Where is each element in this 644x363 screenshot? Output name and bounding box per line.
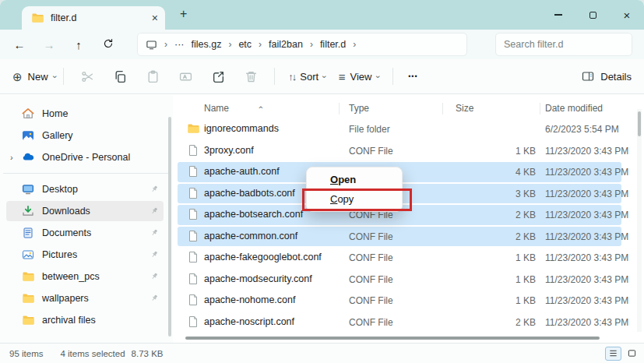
file-name: apache-fakegooglebot.conf: [204, 252, 322, 263]
sidebar-item-gallery[interactable]: Gallery: [6, 125, 164, 146]
folder-icon: [31, 12, 44, 24]
sidebar-item-archival-files[interactable]: archival files: [6, 310, 164, 330]
paste-button[interactable]: [136, 70, 169, 83]
sidebar-item-desktop[interactable]: Desktop: [6, 179, 164, 199]
sidebar-item-label: wallpapers: [42, 293, 89, 304]
details-view-button[interactable]: [605, 347, 621, 361]
column-divider[interactable]: [540, 103, 540, 115]
file-explorer-window: filter.d × + × ← → ↑ › ··· files.gz › et…: [0, 0, 644, 363]
file-row-selected[interactable]: apache-auth.conf CONF File 4 KB 11/23/20…: [173, 161, 644, 183]
file-date: 11/23/2020 3:43 PM: [545, 317, 628, 328]
new-label: New: [28, 71, 48, 83]
pin-icon: [150, 228, 159, 238]
file-name: ignorecommands: [204, 123, 279, 134]
file-row-selected[interactable]: apache-common.conf CONF File 2 KB 11/23/…: [173, 226, 644, 248]
tab-close-icon[interactable]: ×: [152, 12, 158, 23]
sidebar-item-pictures[interactable]: Pictures: [6, 245, 164, 265]
explorer-tab[interactable]: filter.d ×: [22, 6, 165, 30]
share-icon: [212, 70, 225, 83]
column-header-name[interactable]: Name: [204, 103, 229, 114]
file-name: apache-botsearch.conf: [204, 209, 303, 220]
toolbar-divider: [274, 68, 275, 85]
file-name: apache-auth.conf: [204, 166, 280, 177]
minimize-icon: [554, 14, 562, 16]
sidebar-item-onedrive[interactable]: › OneDrive - Personal: [6, 147, 164, 167]
column-header-type[interactable]: Type: [349, 103, 369, 114]
file-type: CONF File: [349, 252, 393, 263]
breadcrumb-item-fail2ban[interactable]: fail2ban: [269, 39, 303, 50]
breadcrumb-item-etc[interactable]: etc: [238, 39, 252, 50]
sidebar-item-label: Pictures: [42, 249, 77, 260]
up-button[interactable]: ↑: [64, 38, 93, 51]
sidebar-scrollbar[interactable]: [168, 117, 171, 337]
sidebar-item-wallpapers[interactable]: wallpapers: [6, 288, 164, 308]
breadcrumb-item-filesgz[interactable]: files.gz: [192, 39, 222, 50]
search-input[interactable]: [496, 39, 632, 50]
file-type: CONF File: [349, 295, 393, 306]
breadcrumb-item-filterd[interactable]: filter.d: [320, 39, 346, 50]
column-divider[interactable]: [339, 103, 340, 115]
new-button[interactable]: ⊕ New ›: [12, 71, 56, 83]
this-pc-icon[interactable]: [146, 39, 157, 51]
sort-arrows-icon: ↑↓: [288, 71, 295, 83]
cut-button[interactable]: [71, 70, 104, 83]
column-header-date[interactable]: Date modified: [545, 103, 603, 114]
sidebar-item-label: archival files: [42, 315, 96, 326]
forward-button[interactable]: →: [34, 38, 64, 51]
more-options-button[interactable]: •••: [408, 72, 417, 80]
breadcrumb-overflow[interactable]: ···: [174, 39, 185, 50]
horizontal-scrollbar-thumb[interactable]: [185, 337, 600, 340]
icons-view-button[interactable]: [624, 347, 640, 361]
view-button[interactable]: ≡ View ›: [339, 70, 379, 83]
file-size: 1 KB: [458, 295, 536, 306]
file-size: 1 KB: [458, 252, 536, 263]
sidebar-item-label: Gallery: [42, 130, 73, 141]
rename-button[interactable]: [169, 70, 202, 83]
sidebar-item-label: Home: [42, 108, 68, 119]
sidebar-item-downloads[interactable]: Downloads: [6, 201, 164, 221]
sidebar-item-home[interactable]: Home: [6, 104, 164, 124]
refresh-button[interactable]: [93, 38, 123, 51]
delete-button[interactable]: [234, 70, 267, 83]
file-type: CONF File: [349, 146, 393, 157]
file-size: 3 KB: [458, 189, 536, 199]
expand-chevron-icon[interactable]: ›: [10, 153, 13, 162]
file-row[interactable]: apache-modsecurity.conf CONF File 1 KB 1…: [173, 269, 644, 291]
column-divider[interactable]: [442, 103, 443, 115]
sidebar-item-documents[interactable]: Documents: [6, 223, 164, 243]
file-type: CONF File: [349, 317, 393, 328]
share-button[interactable]: [202, 70, 234, 83]
file-row[interactable]: apache-nohome.conf CONF File 1 KB 11/23/…: [173, 290, 644, 312]
file-row[interactable]: 3proxy.conf CONF File 1 KB 11/23/2020 3:…: [173, 140, 644, 162]
file-type: CONF File: [349, 231, 393, 242]
file-date: 11/23/2020 3:43 PM: [545, 231, 628, 242]
copy-annotation-highlight: [302, 189, 412, 211]
desktop-icon: [22, 183, 34, 196]
address-bar: ← → ↑ › ··· files.gz › etc › fail2ban › …: [0, 30, 644, 59]
maximize-icon: [589, 12, 596, 19]
file-icon: [187, 230, 199, 242]
context-menu-item-open[interactable]: Open: [307, 170, 402, 189]
minimize-button[interactable]: [541, 0, 575, 30]
file-date: 11/23/2020 3:43 PM: [545, 210, 628, 220]
vertical-scrollbar-thumb[interactable]: [638, 111, 641, 136]
column-header-size[interactable]: Size: [456, 103, 473, 114]
sort-button[interactable]: ↑↓ Sort ›: [288, 71, 326, 83]
file-row[interactable]: ignorecommands File folder 6/2/2023 5:54…: [173, 118, 644, 140]
title-bar: filter.d × + ×: [0, 0, 644, 30]
close-button[interactable]: ×: [610, 0, 644, 30]
copy-button[interactable]: [104, 70, 136, 83]
back-button[interactable]: ←: [5, 38, 34, 51]
maximize-button[interactable]: [575, 0, 610, 30]
sidebar-item-label: between_pcs: [42, 271, 100, 282]
file-date: 11/23/2020 3:43 PM: [545, 189, 628, 199]
sidebar-item-label: Documents: [42, 227, 91, 238]
chevron-down-icon: ›: [374, 75, 382, 78]
file-row[interactable]: apache-fakegooglebot.conf CONF File 1 KB…: [173, 247, 644, 269]
vertical-scrollbar[interactable]: [637, 109, 642, 332]
file-name: 3proxy.conf: [204, 145, 254, 156]
file-row[interactable]: apache-noscript.conf CONF File 2 KB 11/2…: [173, 312, 644, 333]
new-tab-button[interactable]: +: [180, 7, 187, 21]
details-pane-button[interactable]: Details: [582, 70, 632, 83]
sidebar-item-between-pcs[interactable]: between_pcs: [6, 266, 164, 287]
